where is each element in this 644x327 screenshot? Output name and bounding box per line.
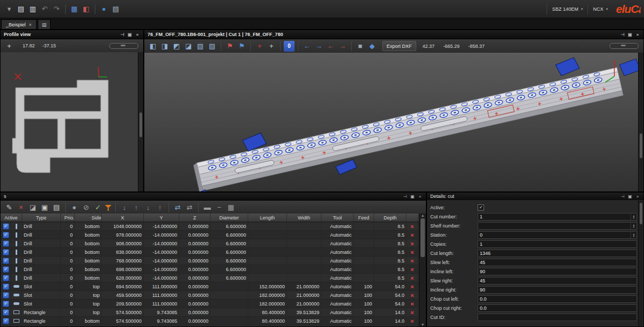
spinner[interactable]: ▲▼	[631, 223, 636, 229]
globe-icon[interactable]: ●	[99, 4, 109, 15]
rotate-left-icon[interactable]: ←	[302, 41, 312, 52]
tab-beispiel[interactable]: _Beispiel ×	[1, 19, 37, 29]
table-row[interactable]: ✓Rectangle0top1101.5000009.7430850.00000…	[1, 325, 419, 326]
redo-icon[interactable]: ↷	[51, 4, 62, 15]
grid-icon[interactable]: ▦	[226, 202, 236, 213]
right-view-icon[interactable]: ▨	[207, 41, 218, 52]
column-header[interactable]: X	[102, 214, 144, 222]
viewport-titlebar[interactable]: 76_FM_OFF_780.1B6-001_projekt | Cut 1 | …	[144, 30, 643, 39]
delete-row-icon[interactable]: ×	[410, 223, 414, 230]
table-row[interactable]: ✓Slot0top209.500000111.0000000.000000182…	[1, 300, 419, 308]
profile-cross-section-view[interactable]	[1, 52, 138, 191]
viewport-scrollbar[interactable]	[638, 53, 643, 191]
row-active-checkbox[interactable]: ✓	[3, 223, 9, 230]
transfer-icon[interactable]: ⇄	[184, 202, 195, 213]
menu-dropdown-icon[interactable]: ▾	[4, 4, 15, 15]
column-header[interactable]: Side	[75, 214, 102, 222]
erase-icon[interactable]: ◪	[27, 202, 38, 213]
row-active-checkbox[interactable]: ✓	[3, 275, 9, 281]
details-titlebar[interactable]: Details: cut ⊣▣×	[427, 193, 643, 201]
postprocessor-selector[interactable]: NCX ▾	[587, 4, 613, 15]
copy-icon[interactable]: ▣	[39, 202, 50, 213]
prev-cut-icon[interactable]: ←	[325, 41, 336, 52]
float-icon[interactable]: ▣	[410, 194, 415, 199]
row-active-checkbox[interactable]: ✓	[3, 283, 9, 290]
table-row[interactable]: ✓Drill0bottom628.000000-14.0000000.00000…	[1, 274, 419, 282]
field-input[interactable]: 90	[478, 286, 637, 294]
spinner[interactable]: ▲▼	[631, 232, 636, 238]
table-row[interactable]: ✓Slot0top459.500000111.0000000.000000182…	[1, 291, 419, 300]
column-header[interactable]: Depth	[374, 214, 407, 222]
delete-icon[interactable]: ×	[16, 202, 26, 213]
close-icon[interactable]: ×	[635, 32, 640, 37]
column-header[interactable]: Active	[1, 214, 22, 222]
column-header[interactable]: Feed	[354, 214, 374, 222]
report-icon[interactable]: ▤	[110, 4, 121, 15]
pin-icon[interactable]: ⊣	[620, 32, 625, 37]
profile-panel-titlebar[interactable]: Profile view ⊣▣×	[1, 30, 143, 39]
next-cut-icon[interactable]: →	[337, 41, 348, 52]
pin-icon[interactable]: ⊣	[620, 194, 625, 199]
machine-selector[interactable]: SBZ 140EM ▾	[547, 4, 587, 15]
machining-list-icon[interactable]: ▦	[69, 4, 80, 15]
export-dxf-button[interactable]: Export DXF	[382, 41, 416, 51]
row-active-checkbox[interactable]: ✓	[3, 232, 9, 238]
float-icon[interactable]: ▣	[127, 32, 132, 37]
blue-flag-icon[interactable]: ⚑	[236, 41, 247, 52]
delete-row-icon[interactable]: ×	[410, 232, 414, 238]
column-header[interactable]: Prio.	[61, 214, 75, 222]
table-row[interactable]: ✓Drill0bottom698.000000-14.0000000.00000…	[1, 265, 419, 274]
red-flag-icon[interactable]: ⚑	[225, 41, 235, 52]
spinner[interactable]: ▲▼	[631, 214, 636, 220]
columns-icon[interactable]: ▬	[202, 202, 213, 213]
delete-row-icon[interactable]: ×	[410, 258, 414, 264]
field-input[interactable]: 0.0	[478, 295, 637, 303]
table-row[interactable]: ✓Rectangle0top574.5000009.7430850.000000…	[1, 308, 419, 317]
check-icon[interactable]: ✓	[93, 202, 103, 213]
move-up-icon[interactable]: ↑	[131, 202, 142, 213]
zero-point-icon[interactable]: 0	[284, 41, 295, 52]
filter-icon[interactable]	[104, 204, 112, 211]
field-input[interactable]: 1346	[478, 250, 637, 257]
shaded-cube-icon[interactable]: ◆	[367, 41, 377, 52]
delete-row-icon[interactable]: ×	[410, 309, 414, 316]
column-header[interactable]: Z	[179, 214, 211, 222]
scroll-down-icon[interactable]: ▼	[421, 323, 425, 326]
field-input[interactable]: ▲▼	[478, 222, 637, 230]
table-row[interactable]: ✓Drill0bottom978.000000-14.0000000.00000…	[1, 231, 419, 239]
field-input[interactable]: 45	[478, 277, 637, 285]
move-down-icon[interactable]: ↓	[119, 202, 130, 213]
tab-close-icon[interactable]: ×	[29, 22, 32, 27]
operations-titlebar[interactable]: s ⊣▣×	[1, 193, 426, 201]
delete-row-icon[interactable]: ×	[410, 249, 414, 255]
row-active-checkbox[interactable]: ✓	[3, 301, 9, 307]
column-header[interactable]: Y	[144, 214, 179, 222]
row-active-checkbox[interactable]: ✓	[3, 249, 9, 255]
row-active-checkbox[interactable]: ✓	[3, 240, 9, 247]
solid-cube-icon[interactable]: ■	[355, 41, 366, 52]
delete-row-icon[interactable]: ×	[410, 283, 414, 290]
active-checkbox[interactable]: ✓	[478, 204, 484, 211]
view-slider[interactable]	[610, 43, 639, 49]
delete-row-icon[interactable]: ×	[410, 240, 414, 247]
close-icon[interactable]: ×	[135, 32, 140, 37]
3d-viewport[interactable]	[144, 53, 643, 191]
rotate-right-icon[interactable]: →	[313, 41, 324, 52]
top-view-icon[interactable]: ◩	[171, 41, 182, 52]
move-top-icon[interactable]: ↑	[155, 202, 165, 213]
field-input[interactable]: 1▲▼	[478, 213, 637, 221]
table-row[interactable]: ✓Drill0bottom1048.000000-14.0000000.0000…	[1, 222, 419, 231]
column-header[interactable]: Diameter	[211, 214, 248, 222]
table-row[interactable]: ✓Drill0bottom768.000000-14.0000000.00000…	[1, 257, 419, 265]
row-active-checkbox[interactable]: ✓	[3, 258, 9, 264]
row-active-checkbox[interactable]: ✓	[3, 309, 9, 316]
disable-icon[interactable]: ⊘	[81, 202, 92, 213]
row-active-checkbox[interactable]: ✓	[3, 292, 9, 298]
zoom-slider[interactable]	[109, 43, 138, 49]
column-header[interactable]: Width	[287, 214, 321, 222]
tab-new[interactable]: ▤	[38, 19, 51, 29]
float-icon[interactable]: ▣	[627, 32, 633, 37]
pin-icon[interactable]: ⊣	[120, 32, 125, 37]
delete-row-icon[interactable]: ×	[410, 266, 414, 273]
save-icon[interactable]: ▤	[16, 4, 26, 15]
